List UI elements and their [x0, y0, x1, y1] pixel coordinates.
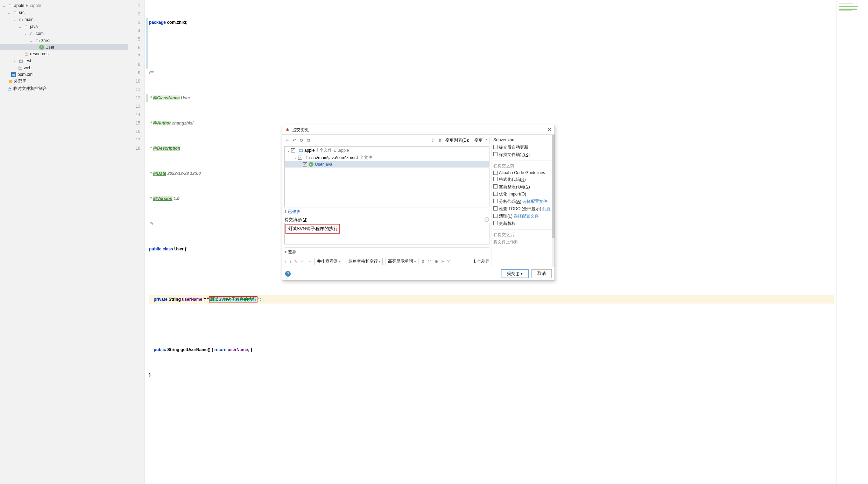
- commit-dialog-right: Subversion 提交后自动更新 保持文件锁定(K) 在提交之前 Aliba…: [492, 135, 555, 267]
- tree-java[interactable]: ⌄ java: [0, 23, 128, 30]
- tree-root[interactable]: ⌄ apple E:\apple: [0, 2, 128, 9]
- chevron-down-icon[interactable]: ⌄: [294, 155, 297, 160]
- line-number: 6: [128, 43, 140, 52]
- minimap-strip[interactable]: [837, 0, 868, 484]
- chk-analyze[interactable]: 分析代码(A) 选择配置文件: [493, 198, 553, 205]
- diff-count: 1 个差异: [473, 258, 489, 264]
- checkbox[interactable]: ✓: [291, 148, 295, 152]
- tree-src[interactable]: ⌄ src: [0, 9, 128, 16]
- prev-diff-icon[interactable]: ↑: [284, 259, 287, 264]
- diff-icon[interactable]: ⧉: [307, 138, 310, 143]
- chk-auto-update[interactable]: 提交后自动更新: [493, 144, 553, 151]
- chk-cleanup[interactable]: 清理(L) 选择配置文件: [493, 213, 553, 220]
- line-number: 2: [128, 10, 140, 18]
- tree-external-libs[interactable]: › 外部库: [0, 78, 128, 85]
- chevron-down-icon[interactable]: ⌄: [287, 148, 290, 153]
- close-icon[interactable]: ✕: [546, 127, 552, 133]
- commit-message-input[interactable]: 测试SVN钩子程序的执行: [284, 223, 489, 244]
- chevron-down-icon[interactable]: ⌄: [1, 4, 6, 8]
- tree-scratch[interactable]: 临时文件和控制台: [0, 85, 128, 92]
- checkbox[interactable]: [493, 145, 497, 149]
- chevron-down-icon[interactable]: ⌄: [12, 18, 17, 22]
- collapse-unchanged-icon[interactable]: ⇕: [421, 259, 425, 264]
- chevron-right-icon[interactable]: ›: [1, 79, 6, 83]
- chk-optimize[interactable]: 优化 import(O): [493, 191, 553, 198]
- next-diff-icon[interactable]: ↓: [289, 259, 291, 264]
- todo-config-link[interactable]: 配置: [542, 206, 551, 211]
- checkbox[interactable]: ✓: [303, 162, 307, 166]
- dialog-title: 提交变更: [292, 127, 309, 133]
- dialog-titlebar[interactable]: ✱ 提交变更 ✕: [282, 125, 555, 135]
- chevron-down-icon[interactable]: ⌄: [29, 39, 34, 43]
- expand-icon[interactable]: ⇕: [431, 138, 435, 143]
- ft-file[interactable]: ✓ c User.java: [285, 161, 489, 168]
- commit-dialog-left: ✧ ↶ ⟳ ⧉ ⇕ ⇕ 变更列表(D): 变更 ⌄ ✓ apple: [282, 135, 492, 267]
- history-icon[interactable]: 🕓: [484, 217, 489, 222]
- collapse-icon[interactable]: ⇕: [438, 138, 442, 143]
- checkbox[interactable]: ✓: [298, 156, 302, 160]
- edit-icon[interactable]: ✎: [294, 259, 298, 264]
- scrollbar-thumb[interactable]: [552, 135, 555, 238]
- back-icon[interactable]: ←: [301, 259, 305, 264]
- checkbox[interactable]: [493, 221, 497, 225]
- checkbox[interactable]: [493, 192, 497, 196]
- ft-root[interactable]: ⌄ ✓ apple 1 个文件 E:\apple: [285, 147, 489, 154]
- tree-resources[interactable]: resources: [0, 50, 128, 57]
- chevron-down-icon[interactable]: ▾: [284, 249, 287, 254]
- tree-pom[interactable]: m pom.xml: [0, 71, 128, 78]
- commit-toolbar: ✧ ↶ ⟳ ⧉ ⇕ ⇕ 变更列表(D): 变更: [284, 136, 489, 146]
- commit-file-tree[interactable]: ⌄ ✓ apple 1 个文件 E:\apple ⌄ ✓ src\main\ja…: [284, 146, 489, 207]
- folder-icon: [18, 17, 23, 22]
- chevron-right-icon[interactable]: ›: [12, 59, 17, 63]
- tree-test[interactable]: › test: [0, 57, 128, 64]
- package-icon: [35, 38, 40, 43]
- help-icon[interactable]: ?: [285, 271, 291, 277]
- chevron-down-icon[interactable]: ⌄: [17, 25, 22, 29]
- checkbox[interactable]: [493, 171, 497, 175]
- checkbox[interactable]: [493, 184, 497, 188]
- modified-count: 1 已修改: [284, 207, 489, 216]
- settings-icon[interactable]: ⚙: [435, 259, 438, 264]
- group-by-icon[interactable]: ✧: [285, 138, 289, 143]
- maven-icon: m: [11, 72, 16, 77]
- project-tree[interactable]: ⌄ apple E:\apple ⌄ src ⌄ main ⌄ java ⌄ c…: [0, 0, 128, 484]
- cancel-button[interactable]: 取消: [531, 269, 552, 278]
- changelist-select[interactable]: 变更: [473, 137, 489, 144]
- viewer-mode-select[interactable]: 并排查看器: [315, 258, 343, 265]
- chk-reformat[interactable]: 格式化代码(R): [493, 176, 553, 183]
- chevron-down-icon[interactable]: ⌄: [23, 32, 28, 36]
- highlight-mode-select[interactable]: 高亮显示单词: [386, 258, 418, 265]
- chevron-down-icon[interactable]: ⌄: [6, 11, 11, 15]
- tree-web[interactable]: web: [0, 64, 128, 71]
- sync-scroll-icon[interactable]: ⫿⫿: [428, 259, 432, 264]
- tree-com[interactable]: ⌄ com: [0, 30, 128, 37]
- ft-path[interactable]: ⌄ ✓ src\main\java\com\zhixi 1 个文件: [285, 154, 489, 161]
- tree-user-file[interactable]: c User: [0, 44, 128, 50]
- commit-button[interactable]: 提交(I) ▾: [501, 269, 529, 278]
- chk-rearrange[interactable]: 重新整理代码(N): [493, 183, 553, 191]
- checkbox[interactable]: [493, 199, 497, 203]
- checkbox[interactable]: [493, 214, 497, 218]
- undo-icon[interactable]: ↶: [292, 138, 296, 143]
- forward-icon[interactable]: →: [308, 259, 312, 264]
- package-icon: [29, 31, 35, 36]
- refresh-icon[interactable]: ⟳: [300, 138, 304, 143]
- gear-icon[interactable]: ✲: [441, 259, 445, 264]
- scrollbar[interactable]: [552, 135, 555, 267]
- checkbox[interactable]: [493, 206, 497, 211]
- tree-zhixi[interactable]: ⌄ zhixi: [0, 37, 128, 44]
- chk-keep-locks[interactable]: 保持文件锁定(K): [493, 151, 553, 158]
- diff-toolbar: ↑ ↓ ✎ ← → 并排查看器 忽略空格和空行 高亮显示单词 ⇕ ⫿⫿ ⚙ ✲ …: [284, 255, 489, 266]
- line-number: 4: [128, 27, 140, 35]
- tree-main[interactable]: ⌄ main: [0, 16, 128, 23]
- folder-icon: [17, 65, 23, 71]
- ignore-whitespace-select[interactable]: 忽略空格和空行: [346, 258, 383, 265]
- chk-copyright[interactable]: 更新版权: [493, 220, 553, 227]
- chk-alibaba[interactable]: Alibaba Code Guidelines: [493, 170, 553, 176]
- analyze-config-link[interactable]: 选择配置文件: [522, 199, 548, 204]
- checkbox[interactable]: [493, 177, 497, 181]
- chk-todo[interactable]: 检查 TODO (全部显示) 配置: [493, 205, 553, 213]
- checkbox[interactable]: [493, 152, 497, 156]
- help-icon[interactable]: ?: [447, 259, 450, 264]
- cleanup-config-link[interactable]: 选择配置文件: [514, 214, 539, 219]
